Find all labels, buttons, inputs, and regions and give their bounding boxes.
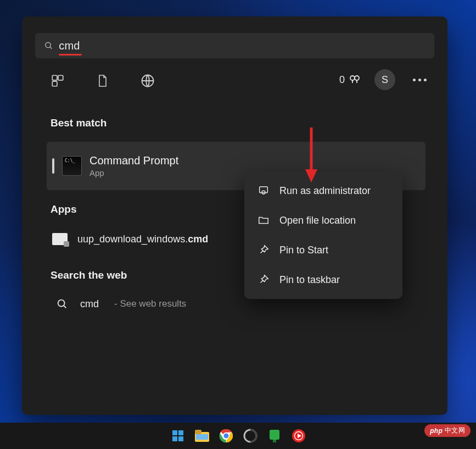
svg-rect-14: [178, 430, 183, 435]
search-box[interactable]: [35, 33, 434, 58]
header-right-cluster: 0 S: [339, 69, 431, 90]
web-hint: - See web results: [114, 298, 186, 309]
svg-marker-12: [305, 169, 317, 182]
taskbar: [0, 423, 476, 449]
search-input[interactable]: [59, 40, 425, 52]
svg-point-8: [58, 300, 65, 307]
menu-pin-to-taskbar[interactable]: Pin to taskbar: [244, 265, 402, 295]
menu-open-file-location[interactable]: Open file location: [244, 206, 402, 235]
avatar[interactable]: S: [374, 69, 395, 90]
svg-rect-13: [172, 430, 177, 435]
svg-point-7: [355, 76, 359, 80]
avatar-letter: S: [382, 74, 388, 86]
admin-shield-icon: [257, 185, 270, 197]
menu-item-label: Pin to Start: [279, 245, 328, 256]
svg-rect-2: [52, 75, 57, 80]
apps-result-row[interactable]: uup_download_windows.cmd: [52, 233, 208, 245]
search-filter-row: [46, 69, 159, 92]
app-icon-circle[interactable]: [242, 428, 259, 444]
filter-web-icon[interactable]: [136, 69, 159, 92]
pin-icon: [257, 274, 270, 286]
menu-item-label: Run as administrator: [279, 185, 371, 197]
apps-result-name: uup_download_windows.cmd: [77, 234, 208, 245]
result-subtitle: App: [89, 168, 178, 178]
section-apps-label: Apps: [51, 203, 77, 215]
menu-item-label: Open file location: [279, 215, 356, 226]
annotation-underline: [59, 54, 82, 56]
svg-rect-19: [196, 434, 208, 440]
svg-rect-15: [172, 436, 177, 441]
command-prompt-icon: [62, 156, 82, 176]
result-title: Command Prompt: [89, 154, 178, 167]
app-icon-green[interactable]: [266, 428, 283, 444]
svg-rect-16: [178, 436, 183, 441]
context-menu: Run as administrator Open file location …: [244, 171, 402, 299]
rewards-icon: [348, 73, 361, 86]
pin-icon: [257, 244, 270, 256]
filter-documents-icon[interactable]: [91, 69, 114, 92]
svg-point-0: [46, 42, 51, 47]
annotation-arrow: [303, 126, 320, 184]
more-options-button[interactable]: [408, 74, 431, 86]
svg-rect-24: [270, 430, 279, 440]
menu-pin-to-start[interactable]: Pin to Start: [244, 235, 402, 265]
rewards-count: 0: [339, 74, 345, 86]
chrome-icon[interactable]: [218, 428, 234, 444]
web-query: cmd: [80, 298, 99, 310]
svg-line-9: [64, 306, 66, 308]
menu-run-as-admin[interactable]: Run as administrator: [244, 176, 402, 206]
svg-rect-4: [52, 81, 57, 86]
youtube-music-icon[interactable]: [290, 428, 307, 444]
menu-item-label: Pin to taskbar: [279, 274, 340, 286]
svg-point-6: [350, 76, 355, 80]
section-web-label: Search the web: [51, 269, 127, 281]
rewards-points[interactable]: 0: [339, 73, 361, 86]
folder-icon: [257, 214, 270, 226]
web-result-row[interactable]: cmd - See web results: [56, 298, 186, 310]
cmd-file-icon: [52, 233, 68, 245]
svg-rect-18: [195, 430, 201, 434]
selection-indicator: [52, 158, 54, 174]
start-search-panel: 0 S Best match Command Prompt App Apps u…: [22, 16, 447, 415]
svg-rect-25: [273, 440, 276, 442]
file-explorer-icon[interactable]: [194, 428, 210, 444]
start-button[interactable]: [170, 428, 186, 444]
filter-apps-icon[interactable]: [46, 69, 69, 92]
svg-line-1: [50, 47, 52, 49]
search-icon: [56, 298, 68, 310]
svg-rect-3: [58, 75, 63, 80]
watermark: php 中文网: [424, 424, 471, 437]
svg-rect-10: [260, 187, 268, 193]
search-icon: [44, 41, 53, 51]
section-best-match-label: Best match: [51, 117, 107, 129]
